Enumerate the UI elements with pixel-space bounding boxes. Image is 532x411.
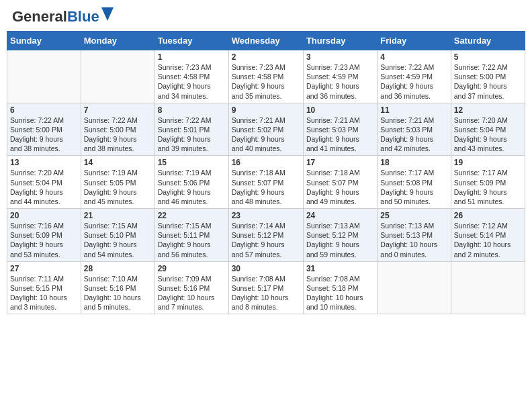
- day-number: 2: [232, 52, 300, 62]
- calendar-cell: [81, 50, 154, 103]
- day-number: 17: [306, 158, 374, 167]
- day-number: 31: [306, 264, 374, 273]
- calendar-cell: 6Sunrise: 7:22 AM Sunset: 5:00 PM Daylig…: [7, 103, 81, 156]
- day-info: Sunrise: 7:13 AM Sunset: 5:12 PM Dayligh…: [306, 221, 374, 259]
- day-number: 7: [84, 105, 152, 115]
- day-number: 25: [380, 211, 447, 220]
- day-number: 24: [306, 211, 374, 220]
- day-header-friday: Friday: [378, 32, 451, 50]
- day-number: 21: [84, 211, 152, 220]
- day-header-thursday: Thursday: [303, 32, 377, 50]
- day-number: 8: [158, 105, 226, 115]
- day-info: Sunrise: 7:11 AM Sunset: 5:15 PM Dayligh…: [10, 274, 78, 312]
- calendar-cell: [7, 50, 81, 103]
- day-number: 20: [10, 211, 78, 220]
- day-info: Sunrise: 7:13 AM Sunset: 5:13 PM Dayligh…: [380, 221, 447, 259]
- calendar-week-row: 13Sunrise: 7:20 AM Sunset: 5:04 PM Dayli…: [7, 156, 525, 209]
- calendar-cell: 21Sunrise: 7:15 AM Sunset: 5:10 PM Dayli…: [81, 209, 154, 262]
- day-info: Sunrise: 7:22 AM Sunset: 4:59 PM Dayligh…: [380, 62, 447, 101]
- day-number: 4: [380, 52, 447, 62]
- calendar-cell: 17Sunrise: 7:18 AM Sunset: 5:07 PM Dayli…: [303, 156, 377, 209]
- calendar-cell: 31Sunrise: 7:08 AM Sunset: 5:18 PM Dayli…: [303, 261, 377, 314]
- day-number: 27: [10, 264, 78, 273]
- day-info: Sunrise: 7:16 AM Sunset: 5:09 PM Dayligh…: [10, 221, 78, 259]
- calendar-week-row: 20Sunrise: 7:16 AM Sunset: 5:09 PM Dayli…: [7, 209, 525, 262]
- day-info: Sunrise: 7:23 AM Sunset: 4:59 PM Dayligh…: [306, 62, 374, 101]
- calendar-week-row: 1Sunrise: 7:23 AM Sunset: 4:58 PM Daylig…: [7, 50, 525, 103]
- calendar-cell: 7Sunrise: 7:22 AM Sunset: 5:00 PM Daylig…: [81, 103, 154, 156]
- day-info: Sunrise: 7:19 AM Sunset: 5:06 PM Dayligh…: [158, 168, 226, 206]
- day-number: 6: [10, 105, 78, 115]
- calendar-cell: 26Sunrise: 7:12 AM Sunset: 5:14 PM Dayli…: [451, 209, 525, 262]
- day-info: Sunrise: 7:15 AM Sunset: 5:10 PM Dayligh…: [84, 221, 152, 259]
- calendar-header-row: SundayMondayTuesdayWednesdayThursdayFrid…: [7, 32, 525, 50]
- calendar-cell: 18Sunrise: 7:17 AM Sunset: 5:08 PM Dayli…: [378, 156, 451, 209]
- day-info: Sunrise: 7:19 AM Sunset: 5:05 PM Dayligh…: [84, 168, 152, 206]
- day-info: Sunrise: 7:22 AM Sunset: 5:01 PM Dayligh…: [158, 116, 226, 154]
- calendar-cell: 28Sunrise: 7:10 AM Sunset: 5:16 PM Dayli…: [81, 261, 154, 314]
- calendar-cell: 20Sunrise: 7:16 AM Sunset: 5:09 PM Dayli…: [7, 209, 81, 262]
- day-number: 16: [232, 158, 300, 167]
- day-number: 15: [158, 158, 226, 167]
- day-number: 19: [454, 158, 522, 167]
- day-info: Sunrise: 7:23 AM Sunset: 4:58 PM Dayligh…: [158, 62, 226, 101]
- calendar-cell: 5Sunrise: 7:22 AM Sunset: 5:00 PM Daylig…: [451, 50, 525, 103]
- day-number: 14: [84, 158, 152, 167]
- calendar-cell: 8Sunrise: 7:22 AM Sunset: 5:01 PM Daylig…: [154, 103, 228, 156]
- day-number: 28: [84, 264, 152, 273]
- day-number: 22: [158, 211, 226, 220]
- day-info: Sunrise: 7:23 AM Sunset: 4:58 PM Dayligh…: [232, 62, 300, 101]
- day-number: 26: [454, 211, 522, 220]
- day-info: Sunrise: 7:18 AM Sunset: 5:07 PM Dayligh…: [232, 168, 300, 206]
- day-number: 29: [158, 264, 226, 273]
- calendar-cell: 11Sunrise: 7:21 AM Sunset: 5:03 PM Dayli…: [378, 103, 451, 156]
- calendar-cell: 1Sunrise: 7:23 AM Sunset: 4:58 PM Daylig…: [154, 50, 228, 103]
- day-info: Sunrise: 7:08 AM Sunset: 5:17 PM Dayligh…: [232, 274, 300, 312]
- calendar-cell: 22Sunrise: 7:15 AM Sunset: 5:11 PM Dayli…: [154, 209, 228, 262]
- day-number: 3: [306, 52, 374, 62]
- calendar-cell: 2Sunrise: 7:23 AM Sunset: 4:58 PM Daylig…: [228, 50, 303, 103]
- day-info: Sunrise: 7:17 AM Sunset: 5:09 PM Dayligh…: [454, 168, 522, 206]
- day-number: 30: [232, 264, 300, 273]
- day-header-sunday: Sunday: [7, 32, 81, 50]
- day-info: Sunrise: 7:09 AM Sunset: 5:16 PM Dayligh…: [158, 274, 226, 312]
- day-header-saturday: Saturday: [451, 32, 525, 50]
- day-info: Sunrise: 7:12 AM Sunset: 5:14 PM Dayligh…: [454, 221, 522, 259]
- day-info: Sunrise: 7:22 AM Sunset: 5:00 PM Dayligh…: [84, 116, 152, 154]
- calendar-week-row: 27Sunrise: 7:11 AM Sunset: 5:15 PM Dayli…: [7, 261, 525, 314]
- calendar-cell: 27Sunrise: 7:11 AM Sunset: 5:15 PM Dayli…: [7, 261, 81, 314]
- calendar-cell: 16Sunrise: 7:18 AM Sunset: 5:07 PM Dayli…: [228, 156, 303, 209]
- day-number: 12: [454, 105, 522, 115]
- logo-blue: Blue: [67, 8, 99, 25]
- day-info: Sunrise: 7:20 AM Sunset: 5:04 PM Dayligh…: [454, 116, 522, 154]
- logo-general: General: [12, 8, 67, 25]
- day-info: Sunrise: 7:08 AM Sunset: 5:18 PM Dayligh…: [306, 274, 374, 312]
- calendar-cell: 10Sunrise: 7:21 AM Sunset: 5:03 PM Dayli…: [303, 103, 377, 156]
- day-header-wednesday: Wednesday: [228, 32, 303, 50]
- calendar-cell: 24Sunrise: 7:13 AM Sunset: 5:12 PM Dayli…: [303, 209, 377, 262]
- calendar-cell: 13Sunrise: 7:20 AM Sunset: 5:04 PM Dayli…: [7, 156, 81, 209]
- calendar-cell: 29Sunrise: 7:09 AM Sunset: 5:16 PM Dayli…: [154, 261, 228, 314]
- day-info: Sunrise: 7:21 AM Sunset: 5:03 PM Dayligh…: [306, 116, 374, 154]
- calendar-week-row: 6Sunrise: 7:22 AM Sunset: 5:00 PM Daylig…: [7, 103, 525, 156]
- calendar-cell: 23Sunrise: 7:14 AM Sunset: 5:12 PM Dayli…: [228, 209, 303, 262]
- header: GeneralBlue: [7, 7, 525, 27]
- calendar-cell: 3Sunrise: 7:23 AM Sunset: 4:59 PM Daylig…: [303, 50, 377, 103]
- day-info: Sunrise: 7:17 AM Sunset: 5:08 PM Dayligh…: [380, 168, 447, 206]
- day-info: Sunrise: 7:22 AM Sunset: 5:00 PM Dayligh…: [10, 116, 78, 154]
- calendar-cell: [378, 261, 451, 314]
- day-header-monday: Monday: [81, 32, 154, 50]
- day-number: 23: [232, 211, 300, 220]
- day-info: Sunrise: 7:21 AM Sunset: 5:03 PM Dayligh…: [380, 116, 447, 154]
- day-number: 13: [10, 158, 78, 167]
- day-number: 18: [380, 158, 447, 167]
- day-info: Sunrise: 7:22 AM Sunset: 5:00 PM Dayligh…: [454, 62, 522, 101]
- day-number: 1: [158, 52, 226, 62]
- calendar-cell: 30Sunrise: 7:08 AM Sunset: 5:17 PM Dayli…: [228, 261, 303, 314]
- day-info: Sunrise: 7:18 AM Sunset: 5:07 PM Dayligh…: [306, 168, 374, 206]
- day-header-tuesday: Tuesday: [154, 32, 228, 50]
- day-info: Sunrise: 7:20 AM Sunset: 5:04 PM Dayligh…: [10, 168, 78, 206]
- day-number: 9: [232, 105, 300, 115]
- calendar: SundayMondayTuesdayWednesdayThursdayFrid…: [7, 31, 525, 314]
- logo: GeneralBlue: [12, 9, 114, 24]
